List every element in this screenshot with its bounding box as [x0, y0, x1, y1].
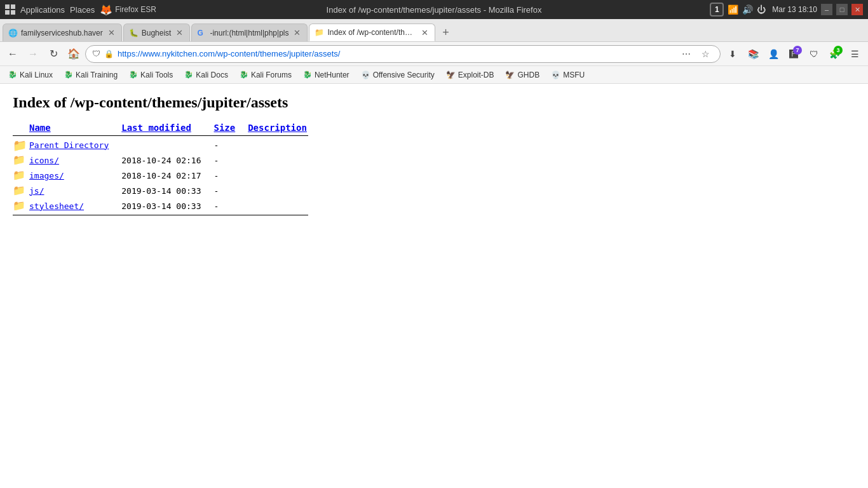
applications-menu[interactable]: Applications: [20, 5, 65, 15]
synced-tabs-button[interactable]: 👤: [764, 44, 783, 64]
ghdb-icon: 🦅: [505, 71, 515, 79]
close-button[interactable]: ✕: [851, 4, 863, 15]
downloads-button[interactable]: ⬇: [723, 44, 742, 64]
bookmark-exploit-db[interactable]: 🦅 Exploit-DB: [442, 69, 499, 81]
stylesheet-description: [248, 198, 320, 214]
images-name-cell: 📁 images/: [13, 168, 121, 183]
bookmarks-bar: 🐉 Kali Linux 🐉 Kali Training 🐉 Kali Tool…: [0, 66, 868, 84]
kali-linux-icon: 🐉: [8, 71, 17, 79]
images-link[interactable]: images/: [29, 171, 64, 180]
col-size-header: Size: [214, 121, 248, 134]
msfu-icon: 💀: [551, 71, 560, 79]
places-menu[interactable]: Places: [70, 5, 95, 15]
bookmark-kali-forums[interactable]: 🐉 Kali Forums: [235, 69, 296, 81]
col-modified-link[interactable]: Last modified: [121, 123, 191, 133]
stylesheet-link[interactable]: stylesheet/: [29, 201, 84, 211]
stylesheet-modified: 2019-03-14 00:33: [121, 198, 214, 214]
tab-1-close[interactable]: ✕: [107, 28, 116, 37]
tab-4-close[interactable]: ✕: [420, 28, 430, 37]
tab-3[interactable]: G -inurl:(html|html|php|pls ✕: [191, 24, 308, 41]
new-tab-button[interactable]: +: [437, 24, 454, 41]
reader-view-button[interactable]: ⋯: [678, 46, 695, 62]
icons-modified: 2018-10-24 02:16: [121, 152, 214, 168]
kali-tools-icon: 🐉: [129, 71, 138, 79]
icons-description: [248, 152, 320, 168]
js-link[interactable]: js/: [29, 186, 44, 196]
stylesheet-icon-cell: 📁 stylesheet/: [13, 200, 109, 212]
footer-divider-row: [13, 214, 320, 217]
table-row: 📁 icons/ 2018-10-24 02:16 -: [13, 152, 320, 168]
bookmark-kali-linux[interactable]: 🐉 Kali Linux: [4, 69, 57, 81]
tab-2[interactable]: 🐛 Bugheist ✕: [123, 24, 191, 41]
table-header-row: Name Last modified Size Description: [13, 121, 320, 134]
extension-badge: 3: [834, 46, 843, 55]
home-button[interactable]: 🏠: [65, 45, 83, 63]
browser-window: 🌐 familyserviceshub.haver ✕ 🐛 Bugheist ✕…: [0, 19, 868, 488]
table-row: 📁 images/ 2018-10-24 02:17 -: [13, 168, 320, 183]
col-name-link[interactable]: Name: [29, 123, 51, 133]
col-size-link[interactable]: Size: [214, 123, 235, 133]
stylesheet-size: -: [214, 198, 248, 214]
images-description: [248, 168, 320, 183]
shield-btn[interactable]: 🛡: [804, 44, 824, 64]
bookmark-kali-training[interactable]: 🐉 Kali Training: [60, 69, 122, 81]
menu-button[interactable]: ☰: [845, 44, 864, 64]
tab-1[interactable]: 🌐 familyserviceshub.haver ✕: [3, 24, 122, 41]
stylesheet-name-cell: 📁 stylesheet/: [13, 198, 121, 214]
parent-dir-description: [248, 137, 320, 152]
bookmark-star-button[interactable]: ☆: [697, 46, 714, 62]
col-description-header: Description: [248, 121, 320, 134]
forward-button[interactable]: →: [24, 45, 42, 63]
titlebar: Applications Places 🦊 Firefox ESR Index …: [0, 0, 868, 19]
bookmark-offensive-security[interactable]: 💀 Offensive Security: [356, 69, 439, 81]
images-icon-cell: 📁 images/: [13, 169, 109, 182]
bookmark-nethunter[interactable]: 🐉 NetHunter: [299, 69, 354, 81]
tab-2-close[interactable]: ✕: [175, 28, 184, 37]
workspace-indicator: 1: [710, 3, 724, 17]
kali-training-icon: 🐉: [64, 71, 73, 79]
bookmark-ghdb[interactable]: 🦅 GHDB: [501, 69, 544, 81]
library-button[interactable]: 📚: [743, 44, 763, 64]
icons-link[interactable]: icons/: [29, 156, 59, 165]
js-size: -: [214, 183, 248, 198]
back-button[interactable]: ←: [4, 45, 22, 63]
parent-dir-modified: [121, 137, 214, 152]
bookmark-msfu[interactable]: 💀 MSFU: [546, 69, 589, 81]
col-description-link[interactable]: Description: [248, 123, 307, 133]
js-icon-cell: 📁 js/: [13, 184, 109, 197]
directory-table: Name Last modified Size Description: [13, 121, 320, 217]
app-grid-icon: [5, 4, 15, 15]
icons-folder-icon: 📁: [13, 154, 27, 166]
tab-bar: 🌐 familyserviceshub.haver ✕ 🐛 Bugheist ✕…: [0, 19, 868, 42]
table-row: 📁 Parent Directory -: [13, 137, 320, 152]
bookmark-kali-tools[interactable]: 🐉 Kali Tools: [125, 69, 177, 81]
pocket-button[interactable]: 🅿 7: [784, 44, 803, 64]
kali-docs-icon: 🐉: [184, 71, 193, 79]
parent-dir-icon-cell: 📁 Parent Directory: [13, 139, 109, 151]
minimize-button[interactable]: –: [821, 4, 832, 15]
js-description: [248, 183, 320, 198]
lock-icon: 🔒: [104, 50, 114, 58]
tab-2-favicon: 🐛: [129, 29, 138, 37]
tab-3-close[interactable]: ✕: [292, 28, 302, 37]
datetime: Mar 13 18:10: [772, 5, 817, 14]
titlebar-left: Applications Places 🦊 Firefox ESR: [5, 4, 156, 16]
extension-btn[interactable]: 🧩 3: [825, 44, 844, 64]
parent-dir-size: -: [214, 137, 248, 152]
tab-4-favicon: 📁: [315, 28, 323, 37]
page-title: Index of /wp-content/themes/jupiter/asse…: [13, 94, 855, 111]
reload-button[interactable]: ↻: [44, 45, 62, 63]
js-folder-icon: 📁: [13, 184, 27, 197]
bookmark-kali-docs[interactable]: 🐉 Kali Docs: [180, 69, 233, 81]
parent-directory-link[interactable]: Parent Directory: [29, 140, 109, 150]
address-bar-actions: ⋯ ☆: [678, 46, 714, 62]
tab-4[interactable]: 📁 Index of /wp-content/theme ✕: [309, 24, 435, 41]
images-size: -: [214, 168, 248, 183]
titlebar-title: Index of /wp-content/themes/jupiter/asse…: [327, 5, 542, 15]
maximize-button[interactable]: □: [836, 4, 848, 15]
tab-4-label: Index of /wp-content/theme: [327, 28, 416, 37]
address-bar-input[interactable]: [118, 49, 674, 58]
js-modified: 2019-03-14 00:33: [121, 183, 214, 198]
wifi-icon: 📶: [728, 4, 738, 15]
col-modified-header: Last modified: [121, 121, 214, 134]
